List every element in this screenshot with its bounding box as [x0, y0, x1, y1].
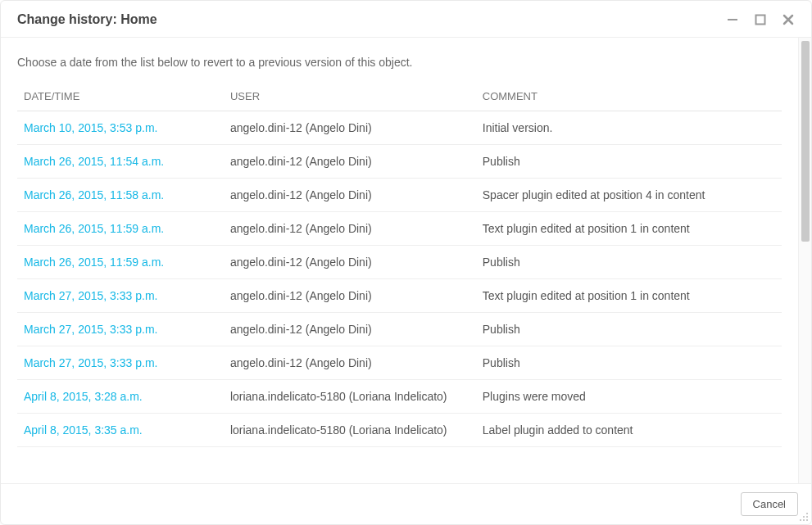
comment-cell: Text plugin edited at position 1 in cont… [476, 212, 782, 246]
user-cell: angelo.dini-12 (Angelo Dini) [224, 246, 476, 279]
resize-grip-icon[interactable] [799, 512, 809, 522]
table-row: April 8, 2015, 3:28 a.m.loriana.indelica… [17, 380, 782, 414]
maximize-icon[interactable] [754, 13, 767, 26]
svg-point-7 [806, 519, 808, 521]
user-cell: angelo.dini-12 (Angelo Dini) [224, 179, 476, 212]
minimize-icon[interactable] [726, 13, 739, 26]
user-cell: angelo.dini-12 (Angelo Dini) [224, 279, 476, 313]
comment-cell: Text plugin edited at position 1 in cont… [476, 279, 782, 313]
svg-point-5 [800, 519, 801, 521]
user-cell: angelo.dini-12 (Angelo Dini) [224, 313, 476, 346]
revert-date-link[interactable]: March 27, 2015, 3:33 p.m. [24, 289, 157, 302]
table-row: March 27, 2015, 3:33 p.m.angelo.dini-12 … [17, 279, 782, 313]
revert-date-link[interactable]: March 26, 2015, 11:59 a.m. [24, 256, 164, 269]
user-cell: angelo.dini-12 (Angelo Dini) [224, 346, 476, 380]
titlebar: Change history: Home [1, 1, 811, 38]
instruction-text: Choose a date from the list below to rev… [17, 56, 782, 69]
svg-point-3 [803, 516, 805, 518]
svg-rect-0 [728, 19, 737, 20]
table-row: March 27, 2015, 3:33 p.m.angelo.dini-12 … [17, 346, 782, 380]
comment-cell: Initial version. [476, 111, 782, 145]
close-icon[interactable] [782, 13, 795, 26]
modal-title: Change history: Home [17, 12, 726, 27]
svg-point-4 [806, 516, 808, 518]
user-cell: angelo.dini-12 (Angelo Dini) [224, 212, 476, 246]
revert-date-link[interactable]: March 10, 2015, 3:53 p.m. [24, 121, 157, 134]
svg-point-2 [806, 513, 808, 514]
user-cell: angelo.dini-12 (Angelo Dini) [224, 145, 476, 179]
comment-cell: Plugins were moved [476, 380, 782, 414]
comment-cell: Publish [476, 246, 782, 279]
col-header-user: USER [224, 84, 476, 111]
comment-cell: Spacer plugin edited at position 4 in co… [476, 179, 782, 212]
revert-date-link[interactable]: April 8, 2015, 3:28 a.m. [24, 390, 143, 403]
table-row: March 27, 2015, 3:33 p.m.angelo.dini-12 … [17, 313, 782, 346]
table-header-row: DATE/TIME USER COMMENT [17, 84, 782, 111]
revert-date-link[interactable]: April 8, 2015, 3:35 a.m. [24, 423, 143, 437]
modal: Change history: Home Choose a date from … [0, 0, 812, 525]
comment-cell: Publish [476, 313, 782, 346]
comment-cell: Label plugin added to content [476, 414, 782, 447]
modal-footer: Cancel [1, 483, 811, 524]
revert-date-link[interactable]: March 26, 2015, 11:54 a.m. [24, 155, 164, 168]
user-cell: loriana.indelicato-5180 (Loriana Indelic… [224, 414, 476, 447]
window-controls [726, 13, 795, 26]
revert-date-link[interactable]: March 26, 2015, 11:58 a.m. [24, 188, 164, 201]
comment-cell: Publish [476, 346, 782, 380]
table-row: March 26, 2015, 11:58 a.m.angelo.dini-12… [17, 179, 782, 212]
svg-point-6 [803, 519, 805, 521]
revert-date-link[interactable]: March 27, 2015, 3:33 p.m. [24, 356, 157, 369]
table-row: March 26, 2015, 11:54 a.m.angelo.dini-12… [17, 145, 782, 179]
revert-date-link[interactable]: March 27, 2015, 3:33 p.m. [24, 323, 157, 336]
cancel-button[interactable]: Cancel [741, 492, 798, 516]
user-cell: angelo.dini-12 (Angelo Dini) [224, 111, 476, 145]
scrollbar[interactable] [798, 38, 811, 483]
table-row: March 10, 2015, 3:53 p.m.angelo.dini-12 … [17, 111, 782, 145]
col-header-comment: COMMENT [476, 84, 782, 111]
svg-rect-1 [756, 16, 765, 25]
modal-body: Choose a date from the list below to rev… [1, 38, 811, 483]
col-header-date: DATE/TIME [17, 84, 224, 111]
user-cell: loriana.indelicato-5180 (Loriana Indelic… [224, 380, 476, 414]
comment-cell: Publish [476, 145, 782, 179]
table-row: March 26, 2015, 11:59 a.m.angelo.dini-12… [17, 212, 782, 246]
table-row: March 26, 2015, 11:59 a.m.angelo.dini-12… [17, 246, 782, 279]
history-table: DATE/TIME USER COMMENT March 10, 2015, 3… [17, 84, 782, 447]
table-row: April 8, 2015, 3:35 a.m.loriana.indelica… [17, 414, 782, 447]
revert-date-link[interactable]: March 26, 2015, 11:59 a.m. [24, 222, 164, 235]
scroll-area[interactable]: Choose a date from the list below to rev… [1, 38, 798, 483]
scrollbar-thumb[interactable] [801, 41, 810, 242]
